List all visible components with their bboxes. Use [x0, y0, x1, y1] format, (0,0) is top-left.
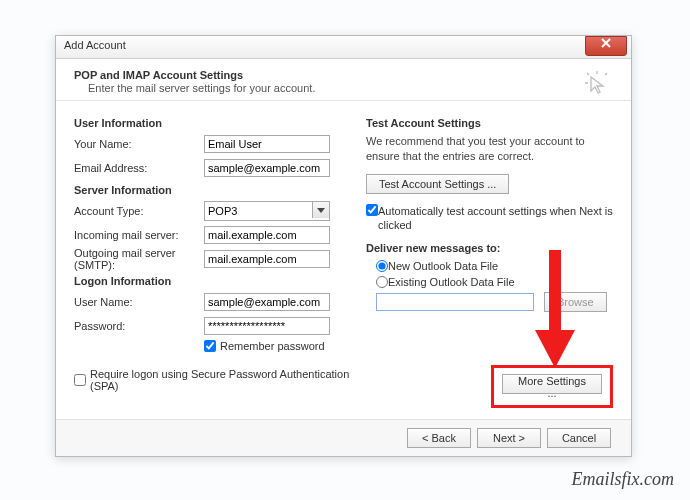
- label-password: Password:: [74, 320, 204, 332]
- test-account-settings-button[interactable]: Test Account Settings ...: [366, 174, 509, 194]
- section-user-info: User Information: [74, 117, 354, 129]
- close-icon: [601, 38, 611, 48]
- label-outgoing: Outgoing mail server (SMTP):: [74, 247, 204, 271]
- page-subtitle: Enter the mail server settings for your …: [74, 82, 613, 94]
- page-title: POP and IMAP Account Settings: [74, 69, 613, 81]
- radio-new-data-file[interactable]: [376, 260, 388, 272]
- dialog-footer: < Back Next > Cancel: [56, 419, 631, 456]
- account-type-select[interactable]: POP3: [204, 201, 330, 221]
- remember-password-checkbox[interactable]: [204, 340, 216, 352]
- browse-button[interactable]: Browse: [544, 292, 607, 312]
- label-spa: Require logon using Secure Password Auth…: [90, 368, 354, 392]
- user-name-input[interactable]: [204, 293, 330, 311]
- back-button[interactable]: < Back: [407, 428, 471, 448]
- window-title: Add Account: [64, 39, 126, 51]
- next-button[interactable]: Next >: [477, 428, 541, 448]
- cursor-icon: [583, 69, 611, 97]
- label-account-type: Account Type:: [74, 205, 204, 217]
- dialog-header: POP and IMAP Account Settings Enter the …: [56, 59, 631, 101]
- right-column: Test Account Settings We recommend that …: [366, 111, 614, 312]
- radio-existing-data-file[interactable]: [376, 276, 388, 288]
- section-server-info: Server Information: [74, 184, 354, 196]
- close-button[interactable]: [585, 36, 627, 56]
- label-user-name: User Name:: [74, 296, 204, 308]
- more-settings-button[interactable]: More Settings ...: [502, 374, 602, 394]
- label-your-name: Your Name:: [74, 138, 204, 150]
- email-input[interactable]: [204, 159, 330, 177]
- section-logon-info: Logon Information: [74, 275, 354, 287]
- more-settings-highlight: More Settings ...: [491, 365, 613, 408]
- test-description: We recommend that you test your account …: [366, 134, 614, 164]
- cancel-button[interactable]: Cancel: [547, 428, 611, 448]
- your-name-input[interactable]: [204, 135, 330, 153]
- existing-file-path-input[interactable]: [376, 293, 534, 311]
- password-input[interactable]: [204, 317, 330, 335]
- auto-test-checkbox[interactable]: [366, 204, 378, 216]
- dialog-body: User Information Your Name: Email Addres…: [56, 101, 631, 109]
- label-radio-new: New Outlook Data File: [388, 260, 498, 272]
- label-email: Email Address:: [74, 162, 204, 174]
- spa-checkbox[interactable]: [74, 374, 86, 386]
- left-column: User Information Your Name: Email Addres…: [74, 111, 354, 392]
- titlebar: Add Account: [56, 36, 631, 59]
- label-remember-password: Remember password: [220, 340, 325, 352]
- label-incoming: Incoming mail server:: [74, 229, 204, 241]
- section-deliver-to: Deliver new messages to:: [366, 242, 614, 254]
- add-account-dialog: Add Account POP and IMAP Account Setting…: [55, 35, 632, 457]
- label-radio-existing: Existing Outlook Data File: [388, 276, 515, 288]
- section-test-settings: Test Account Settings: [366, 117, 614, 129]
- label-auto-test: Automatically test account settings when…: [378, 204, 614, 233]
- watermark: Emailsfix.com: [572, 469, 674, 490]
- incoming-server-input[interactable]: [204, 226, 330, 244]
- outgoing-server-input[interactable]: [204, 250, 330, 268]
